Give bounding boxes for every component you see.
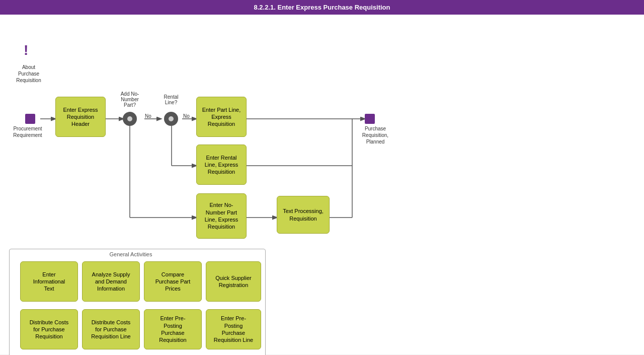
about-label: AboutPurchaseRequisition [6, 64, 51, 84]
enter-informational-text[interactable]: EnterInformationalText [20, 261, 78, 302]
enter-pre-posting-purchase-req-line[interactable]: Enter Pre-PostingPurchaseRequisition Lin… [206, 309, 261, 349]
main-area: ! AboutPurchaseRequisition ProcurementRe… [0, 15, 644, 354]
general-activities-title: General Activities [101, 251, 161, 257]
enter-part-line[interactable]: Enter Part Line,ExpressRequisition [196, 97, 247, 137]
gateway2-label: RentalLine? [158, 94, 184, 105]
gateway-add-no-number [123, 112, 137, 126]
procurement-requirement-label: ProcurementRequirement [8, 125, 48, 138]
enter-rental-line[interactable]: Enter RentalLine, ExpressRequisition [196, 145, 247, 185]
gateway-rental-line [164, 112, 178, 126]
gateway1-no-label: No [145, 113, 151, 119]
enter-pre-posting-purchase-req[interactable]: Enter Pre-PostingPurchaseRequisition [144, 309, 202, 349]
gateway2-no-label: No [183, 113, 190, 119]
gateway1-label: Add No-NumberPart? [115, 91, 145, 108]
analyze-supply-demand[interactable]: Analyze Supplyand DemandInformation [82, 261, 140, 302]
enter-express-req-header[interactable]: Enter ExpressRequisitionHeader [55, 97, 106, 137]
header-title: 8.2.2.1. Enter Express Purchase Requisit… [254, 4, 390, 11]
about-icon: ! [24, 42, 28, 58]
distribute-costs-purchase-req[interactable]: Distribute Costsfor PurchaseRequisition [20, 309, 78, 349]
page-header: 8.2.2.1. Enter Express Purchase Requisit… [0, 0, 644, 15]
start-event [25, 114, 35, 124]
end-event [365, 114, 375, 124]
text-processing[interactable]: Text Processing,Requisition [277, 196, 330, 234]
enter-no-number-part-line[interactable]: Enter No-Number PartLine, ExpressRequisi… [196, 193, 247, 239]
distribute-costs-purchase-req-line[interactable]: Distribute Costsfor PurchaseRequisition … [82, 309, 140, 349]
purchase-requisition-planned-label: PurchaseRequisition,Planned [355, 125, 395, 145]
quick-supplier-registration[interactable]: Quick SupplierRegistration [206, 261, 261, 302]
compare-purchase-part-prices[interactable]: ComparePurchase PartPrices [144, 261, 202, 302]
